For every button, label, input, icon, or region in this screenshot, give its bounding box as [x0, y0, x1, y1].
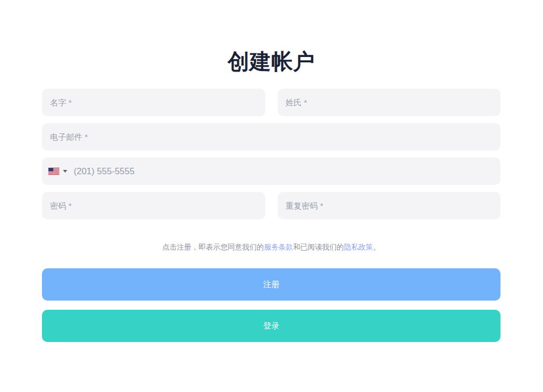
terms-text-suffix: 。 [373, 243, 380, 251]
email-input[interactable] [42, 123, 500, 151]
password-field-row [42, 192, 500, 219]
terms-text-prefix: 点击注册，即表示您同意我们的 [163, 243, 264, 251]
signup-form-container: 创建帐户 点击注册，即表示您同意我们的服务条款和已阅读我们的隐私政策。 注册 登… [42, 48, 500, 342]
terms-of-service-link[interactable]: 服务条款 [264, 243, 293, 251]
terms-text: 点击注册，即表示您同意我们的服务条款和已阅读我们的隐私政策。 [42, 243, 500, 252]
password-repeat-input[interactable] [278, 192, 501, 219]
privacy-policy-link[interactable]: 隐私政策 [344, 243, 373, 251]
country-selector[interactable] [47, 166, 68, 177]
login-button[interactable]: 登录 [42, 310, 500, 342]
name-field-row [42, 89, 500, 116]
email-field-row [42, 123, 500, 151]
signup-form: 点击注册，即表示您同意我们的服务条款和已阅读我们的隐私政策。 注册 登录 [42, 89, 500, 342]
us-flag-icon [48, 168, 59, 175]
register-button[interactable]: 注册 [42, 268, 500, 301]
last-name-input[interactable] [278, 89, 501, 116]
phone-input[interactable] [74, 158, 495, 185]
password-input[interactable] [42, 192, 265, 219]
page-title: 创建帐户 [42, 48, 500, 74]
phone-field [42, 158, 500, 185]
first-name-input[interactable] [42, 89, 265, 116]
terms-text-middle: 和已阅读我们的 [293, 243, 344, 251]
us-flag-canton [48, 168, 53, 172]
chevron-down-icon [63, 170, 67, 173]
